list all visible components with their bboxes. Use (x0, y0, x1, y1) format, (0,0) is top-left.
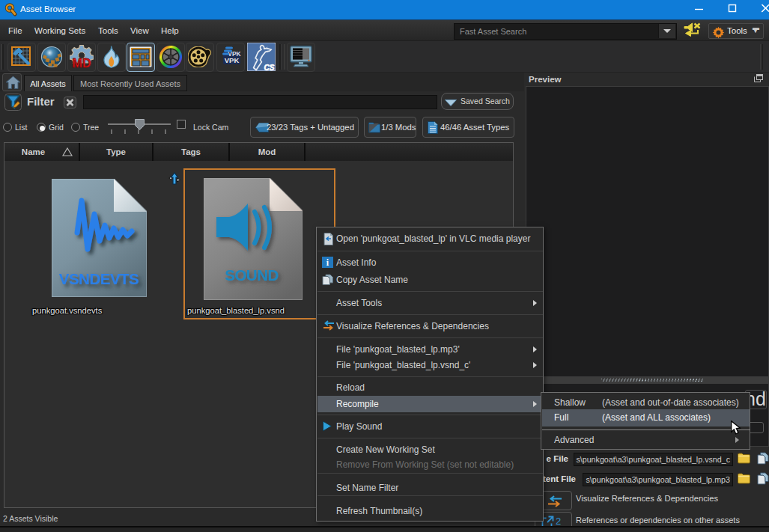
svg-text:CS: CS (264, 64, 275, 72)
svg-text:MD: MD (73, 57, 91, 69)
svg-text:VSNDEVTS: VSNDEVTS (59, 270, 139, 287)
svg-text:SOUND: SOUND (225, 266, 279, 284)
